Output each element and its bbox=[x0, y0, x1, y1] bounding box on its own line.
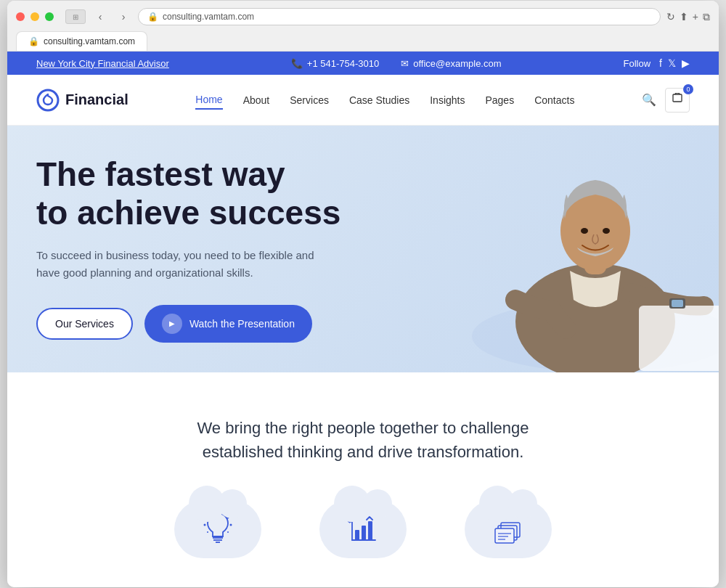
browser-chrome: ⊞ ‹ › 🔒 consulting.vamtam.com ↻ ⬆ + ⧉ 🔒 … bbox=[7, 1, 719, 52]
close-dot[interactable] bbox=[16, 12, 25, 21]
youtube-icon[interactable]: ▶ bbox=[682, 57, 690, 69]
briefcase-cloud bbox=[465, 500, 552, 558]
services-button[interactable]: Our Services bbox=[36, 308, 133, 340]
maximize-dot[interactable] bbox=[45, 12, 54, 21]
svg-rect-23 bbox=[362, 526, 366, 540]
advisor-link[interactable]: New York City Financial Advisor bbox=[36, 58, 169, 69]
icon-card-briefcase bbox=[436, 500, 581, 558]
svg-point-14 bbox=[207, 517, 209, 519]
svg-point-7 bbox=[603, 228, 610, 234]
nav-case-studies[interactable]: Case Studies bbox=[349, 91, 409, 109]
tab-favicon: 🔒 bbox=[28, 36, 39, 46]
refresh-button[interactable]: ↻ bbox=[666, 11, 675, 23]
play-icon: ▶ bbox=[162, 314, 182, 334]
search-button[interactable]: 🔍 bbox=[642, 93, 656, 107]
minimize-dot[interactable] bbox=[30, 12, 39, 21]
person-illustration bbox=[385, 126, 719, 372]
browser-tab[interactable]: 🔒 consulting.vamtam.com bbox=[16, 31, 147, 51]
svg-point-18 bbox=[207, 531, 208, 533]
nav-pages[interactable]: Pages bbox=[485, 91, 514, 109]
email-address: office@example.com bbox=[413, 58, 501, 69]
follow-label: Follow bbox=[624, 58, 651, 69]
cart-badge: 0 bbox=[683, 84, 693, 94]
icon-card-lightbulb bbox=[145, 500, 290, 558]
svg-rect-24 bbox=[368, 521, 372, 540]
hero-buttons: Our Services ▶ Watch the Presentation bbox=[36, 305, 396, 343]
top-bar-advisor: New York City Financial Advisor bbox=[36, 58, 169, 69]
nav-insights[interactable]: Insights bbox=[430, 91, 465, 109]
tile-btn[interactable]: ⊞ bbox=[65, 9, 86, 24]
address-bar[interactable]: 🔒 consulting.vamtam.com bbox=[138, 8, 661, 25]
nav-contacts[interactable]: Contacts bbox=[534, 91, 574, 109]
url-text: consulting.vamtam.com bbox=[163, 12, 254, 22]
phone-contact: 📞 +1 541-754-3010 bbox=[291, 58, 379, 69]
svg-rect-28 bbox=[495, 528, 514, 543]
twitter-icon[interactable]: 𝕏 bbox=[668, 57, 676, 69]
svg-point-19 bbox=[227, 531, 229, 533]
top-bar: New York City Financial Advisor 📞 +1 541… bbox=[7, 52, 719, 75]
cart-icon bbox=[672, 93, 683, 107]
hero-image bbox=[385, 126, 719, 372]
lightbulb-cloud bbox=[174, 500, 261, 558]
phone-icon: 📞 bbox=[291, 58, 303, 69]
top-bar-social: Follow f 𝕏 ▶ bbox=[624, 57, 690, 69]
back-button[interactable]: ‹ bbox=[91, 8, 109, 25]
site-header: Financial Home About Services Case Studi… bbox=[7, 75, 719, 126]
nav-actions: 🔍 0 bbox=[642, 88, 690, 113]
svg-point-15 bbox=[227, 517, 229, 519]
nav-services[interactable]: Services bbox=[290, 91, 329, 109]
tab-label: consulting.vamtam.com bbox=[44, 36, 135, 46]
cart-button[interactable]: 0 bbox=[665, 88, 690, 113]
hero-content: The fastest way to achieve success To su… bbox=[36, 155, 396, 343]
hero-section: The fastest way to achieve success To su… bbox=[7, 126, 719, 372]
forward-button[interactable]: › bbox=[115, 8, 132, 25]
svg-point-16 bbox=[204, 524, 206, 526]
icons-row: $ bbox=[36, 500, 690, 558]
svg-rect-10 bbox=[672, 300, 683, 307]
tabs-button[interactable]: ⧉ bbox=[703, 11, 710, 23]
phone-number: +1 541-754-3010 bbox=[307, 58, 379, 69]
value-section: We bring the right people together to ch… bbox=[7, 372, 719, 587]
nav-about[interactable]: About bbox=[243, 91, 270, 109]
briefcase-icon bbox=[491, 513, 526, 546]
video-button-label: Watch the Presentation bbox=[189, 318, 295, 330]
icon-card-chart: $ bbox=[290, 500, 436, 558]
video-button[interactable]: ▶ Watch the Presentation bbox=[144, 305, 312, 343]
share-button[interactable]: ⬆ bbox=[680, 11, 688, 23]
chart-cloud: $ bbox=[319, 500, 407, 558]
email-icon: ✉ bbox=[401, 58, 409, 69]
hero-title: The fastest way to achieve success bbox=[36, 155, 396, 232]
svg-rect-22 bbox=[355, 530, 359, 540]
new-tab-button[interactable]: + bbox=[693, 11, 698, 23]
social-icons: f 𝕏 ▶ bbox=[659, 57, 690, 69]
hero-title-line2: to achieve success bbox=[36, 194, 340, 232]
main-nav: Home About Services Case Studies Insight… bbox=[195, 91, 574, 110]
svg-point-17 bbox=[230, 524, 232, 526]
chart-icon: $ bbox=[346, 513, 380, 546]
top-bar-contact: 📞 +1 541-754-3010 ✉ office@example.com bbox=[291, 58, 502, 69]
facebook-icon[interactable]: f bbox=[659, 57, 662, 69]
hero-title-line1: The fastest way bbox=[36, 155, 285, 193]
lock-icon: 🔒 bbox=[147, 12, 158, 22]
svg-point-0 bbox=[38, 90, 58, 110]
svg-text:$: $ bbox=[348, 516, 352, 524]
nav-home[interactable]: Home bbox=[195, 91, 222, 110]
site-logo[interactable]: Financial bbox=[36, 89, 129, 112]
svg-point-6 bbox=[581, 228, 588, 234]
email-contact: ✉ office@example.com bbox=[401, 58, 501, 69]
browser-window: ⊞ ‹ › 🔒 consulting.vamtam.com ↻ ⬆ + ⧉ 🔒 … bbox=[7, 1, 719, 587]
website-content: New York City Financial Advisor 📞 +1 541… bbox=[7, 52, 719, 587]
svg-rect-1 bbox=[673, 94, 682, 102]
lightbulb-icon bbox=[202, 510, 234, 548]
hero-subtitle: To succeed in business today, you need t… bbox=[36, 247, 327, 282]
svg-rect-8 bbox=[639, 306, 719, 371]
logo-text: Financial bbox=[65, 91, 129, 108]
logo-icon bbox=[36, 89, 60, 112]
value-text: We bring the right people together to ch… bbox=[160, 416, 566, 464]
